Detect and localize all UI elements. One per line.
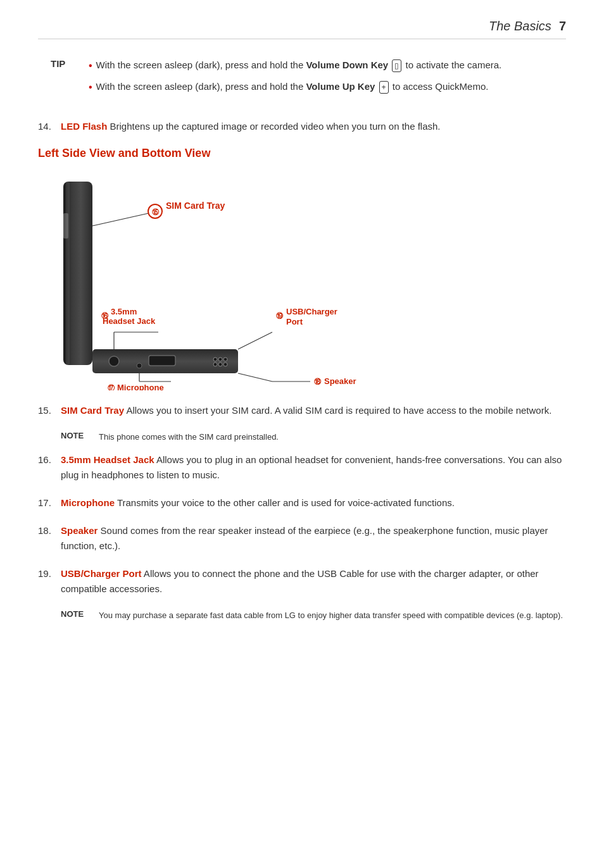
svg-point-10 <box>213 363 217 366</box>
item-19-highlight: USB/Charger Port <box>61 568 142 579</box>
diagram-svg: ⑮ SIM Card Tray ⑯ 3.5mm Headset Jack ⑰ M… <box>51 175 405 390</box>
item-18-body: Speaker Sound comes from the rear speake… <box>61 523 566 554</box>
page: The Basics 7 TIP • With the screen aslee… <box>0 0 604 868</box>
item-19: 19. USB/Charger Port Allows you to conne… <box>38 566 566 597</box>
item-15-num: 15. <box>38 403 61 418</box>
svg-point-4 <box>109 356 119 366</box>
svg-rect-2 <box>66 182 70 365</box>
item-16-highlight: 3.5mm Headset Jack <box>61 454 154 465</box>
page-number: 7 <box>559 19 566 34</box>
tip-item-1: • With the screen asleep (dark), press a… <box>89 58 566 73</box>
item-14-text: Brightens up the captured image or recor… <box>107 121 440 132</box>
item-15-body: SIM Card Tray Allows you to insert your … <box>61 403 566 418</box>
item-17-num: 17. <box>38 495 61 511</box>
note-15-label: NOTE <box>61 431 99 443</box>
item-14-body: LED Flash Brightens up the captured imag… <box>61 119 566 134</box>
svg-line-13 <box>92 213 149 226</box>
svg-point-12 <box>223 363 227 366</box>
item-15-text: Allows you to insert your SIM card. A va… <box>124 405 551 416</box>
svg-text:Headset Jack: Headset Jack <box>103 316 156 326</box>
tip-label: TIP <box>51 58 89 101</box>
item-14: 14. LED Flash Brightens up the captured … <box>38 119 566 134</box>
phone-diagram: ⑮ SIM Card Tray ⑯ 3.5mm Headset Jack ⑰ M… <box>51 175 405 390</box>
item-19-body: USB/Charger Port Allows you to connect t… <box>61 566 566 597</box>
item-14-highlight: LED Flash <box>61 121 107 132</box>
tip-content: • With the screen asleep (dark), press a… <box>89 58 566 101</box>
item-18-num: 18. <box>38 523 61 538</box>
note-15-text: This phone comes with the SIM card prein… <box>99 431 279 443</box>
tip-section: TIP • With the screen asleep (dark), pre… <box>51 58 566 101</box>
note-19: NOTE You may purchase a separate fast da… <box>61 609 566 622</box>
item-17-text: Transmits your voice to the other caller… <box>115 497 455 508</box>
svg-text:⑲: ⑲ <box>276 312 284 319</box>
volume-up-key-label: Volume Up Key <box>306 81 375 92</box>
svg-text:⑰: ⑰ <box>108 384 115 390</box>
svg-line-26 <box>238 332 272 349</box>
bullet-icon: • <box>89 58 92 73</box>
svg-text:Microphone: Microphone <box>117 383 164 390</box>
tip-text-2: With the screen asleep (dark), press and… <box>96 80 489 94</box>
section-heading: Left Side View and Bottom View <box>38 147 566 160</box>
item-19-num: 19. <box>38 566 61 581</box>
note-15: NOTE This phone comes with the SIM card … <box>61 431 566 443</box>
svg-text:⑮: ⑮ <box>152 208 160 216</box>
tip-item-2: • With the screen asleep (dark), press a… <box>89 80 566 95</box>
item-16-num: 16. <box>38 452 61 468</box>
item-15-highlight: SIM Card Tray <box>61 405 124 416</box>
svg-point-7 <box>213 357 217 361</box>
page-header: The Basics 7 <box>38 19 566 39</box>
note-19-label: NOTE <box>61 609 99 622</box>
svg-text:⑱: ⑱ <box>314 378 322 385</box>
svg-text:SIM Card Tray: SIM Card Tray <box>166 201 225 211</box>
item-16-body: 3.5mm Headset Jack Allows you to plug in… <box>61 452 566 483</box>
svg-text:3.5mm: 3.5mm <box>111 307 137 316</box>
item-15: 15. SIM Card Tray Allows you to insert y… <box>38 403 566 418</box>
svg-rect-5 <box>149 356 175 366</box>
svg-text:Speaker: Speaker <box>324 376 356 386</box>
volume-up-key-icon: + <box>379 81 389 94</box>
svg-text:USB/Charger: USB/Charger <box>286 307 337 316</box>
item-16: 16. 3.5mm Headset Jack Allows you to plu… <box>38 452 566 483</box>
chapter-title: The Basics <box>489 19 551 34</box>
svg-text:Port: Port <box>286 317 303 326</box>
item-18: 18. Speaker Sound comes from the rear sp… <box>38 523 566 554</box>
svg-point-9 <box>223 357 227 361</box>
volume-down-key-label: Volume Down Key <box>306 59 388 70</box>
svg-point-8 <box>218 357 222 361</box>
volume-down-key-icon: ▯ <box>392 59 401 72</box>
item-18-text: Sound comes from the rear speaker instea… <box>61 525 548 551</box>
item-14-num: 14. <box>38 119 61 134</box>
svg-line-30 <box>238 373 272 381</box>
svg-point-11 <box>218 363 222 366</box>
item-17: 17. Microphone Transmits your voice to t… <box>38 495 566 511</box>
item-17-highlight: Microphone <box>61 497 115 508</box>
svg-point-6 <box>137 363 142 368</box>
item-18-highlight: Speaker <box>61 525 98 536</box>
item-17-body: Microphone Transmits your voice to the o… <box>61 495 566 511</box>
note-19-text: You may purchase a separate fast data ca… <box>99 609 563 622</box>
tip-text-1: With the screen asleep (dark), press and… <box>96 58 502 73</box>
bullet-icon-2: • <box>89 80 92 95</box>
